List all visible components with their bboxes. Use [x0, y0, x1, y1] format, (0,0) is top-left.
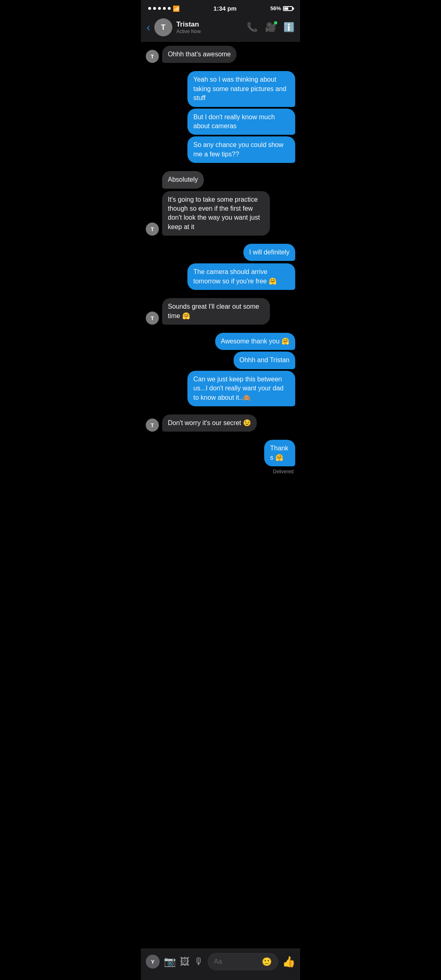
signal-dot-5 — [168, 7, 171, 10]
delivered-label: Delivered — [273, 469, 295, 474]
message-bubble: Can we just keep this between us...I don… — [187, 371, 295, 406]
thumbs-up-button[interactable]: 👍 — [282, 956, 295, 968]
nav-header: ‹ T Tristan Active Now 📞 🎥 ℹ️ — [141, 15, 300, 42]
battery-indicator: 56% — [270, 5, 293, 11]
contact-info: Tristan Active Now — [176, 20, 243, 34]
status-time: 1:34 pm — [214, 5, 237, 12]
contact-status: Active Now — [176, 29, 243, 34]
message-bubble: Don't worry it's our secret 😉 — [162, 414, 257, 432]
battery-icon — [283, 6, 293, 11]
message-bubble: But I don't really know much about camer… — [187, 109, 295, 135]
signal-dot-1 — [148, 7, 151, 10]
back-button[interactable]: ‹ — [147, 22, 150, 33]
sent-message-stack: Awesome thank you 🤗 Ohhh and Tristan Can… — [146, 333, 295, 406]
message-bubble: Yeah so I was thinking about taking some… — [187, 71, 295, 107]
message-bubble: Ohhh and Tristan — [234, 352, 295, 369]
message-bubble: Thanks 🤗 — [264, 440, 295, 466]
signal-dot-4 — [163, 7, 166, 10]
signal-dot-3 — [158, 7, 161, 10]
microphone-icon[interactable]: 🎙 — [194, 956, 204, 967]
sent-message-stack: Yeah so I was thinking about taking some… — [146, 71, 295, 163]
video-active-dot — [274, 21, 277, 24]
camera-icon[interactable]: 📷 — [164, 956, 176, 967]
wifi-icon: 📶 — [173, 5, 180, 12]
battery-fill — [284, 7, 288, 10]
message-row: T It's going to take some practice thoug… — [146, 191, 295, 236]
status-bar: 📶 1:34 pm 56% — [141, 0, 300, 15]
signal-dot-2 — [153, 7, 156, 10]
messages-area: T Ohhh that's awesome Yeah so I was thin… — [141, 42, 300, 949]
contact-name: Tristan — [176, 20, 243, 29]
video-button[interactable]: 🎥 — [265, 22, 276, 33]
avatar: T — [146, 223, 159, 236]
message-bubble: So any chance you could show me a few ti… — [187, 136, 295, 163]
message-bubble: Absolutely — [162, 171, 204, 188]
message-row: The camera should arrive tomorrow so if … — [146, 263, 295, 290]
message-row: T Don't worry it's our secret 😉 — [146, 414, 295, 432]
image-icon[interactable]: 🖼 — [180, 956, 190, 967]
message-bubble: It's going to take some practice though … — [162, 191, 270, 236]
bottom-toolbar: Y 📷 🖼 🎙 Aa 🙂 👍 — [141, 949, 300, 980]
nav-actions: 📞 🎥 ℹ️ — [247, 22, 294, 33]
message-row: Awesome thank you 🤗 Ohhh and Tristan Can… — [146, 333, 295, 406]
message-row: Yeah so I was thinking about taking some… — [146, 71, 295, 163]
avatar: T — [146, 419, 159, 432]
message-bubble: Sounds great I'll clear out some time 🤗 — [162, 298, 270, 325]
signal-indicators: 📶 — [148, 5, 180, 12]
message-bubble: The camera should arrive tomorrow so if … — [187, 263, 295, 290]
emoji-button[interactable]: 🙂 — [262, 957, 272, 967]
message-row: T Ohhh that's awesome — [146, 46, 295, 63]
info-button[interactable]: ℹ️ — [283, 22, 294, 33]
phone-button[interactable]: 📞 — [247, 22, 258, 33]
message-row: Thanks 🤗 Delivered — [146, 440, 295, 474]
contact-avatar[interactable]: T — [154, 18, 172, 36]
message-bubble: I will definitely — [243, 244, 295, 261]
input-placeholder[interactable]: Aa — [214, 958, 258, 965]
sent-message-stack: Thanks 🤗 Delivered — [252, 440, 295, 474]
message-bubble: Ohhh that's awesome — [162, 46, 236, 63]
message-row: T Sounds great I'll clear out some time … — [146, 298, 295, 325]
avatar: T — [146, 312, 159, 325]
message-bubble: Awesome thank you 🤗 — [215, 333, 295, 350]
message-input[interactable]: Aa 🙂 — [208, 953, 278, 970]
battery-percent: 56% — [270, 5, 281, 11]
avatar: T — [146, 50, 159, 63]
user-avatar: Y — [146, 955, 160, 969]
message-row: I will definitely — [146, 244, 295, 261]
message-row: Absolutely — [146, 171, 295, 188]
